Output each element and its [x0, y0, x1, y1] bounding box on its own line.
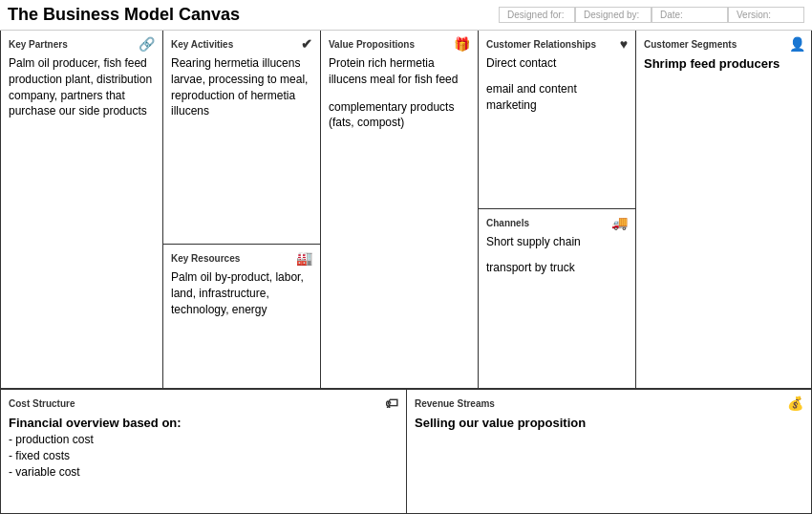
key-activities-icon: ✔	[301, 36, 312, 52]
key-activities-column: Key Activities ✔ Rearing hermetia illuce…	[163, 31, 321, 388]
key-resources-cell: Key Resources 🏭 Palm oil by-product, lab…	[163, 245, 320, 388]
cost-structure-header: Cost Structure 🏷	[9, 396, 398, 411]
customer-segments-content: Shrimp feed producers	[644, 55, 805, 73]
date-label: Date:	[660, 10, 719, 20]
value-prop-line2: complementary products (fats, compost)	[329, 99, 470, 132]
key-partners-content: Palm oil producer, fish feed production …	[9, 55, 155, 119]
customer-relationships-column: Customer Relationships ♥ Direct contact …	[479, 31, 636, 388]
cost-structure-cell: Cost Structure 🏷 Financial overview base…	[1, 389, 407, 513]
key-partners-cell: Key Partners 🔗 Palm oil producer, fish f…	[1, 31, 163, 388]
cost-line2: - production cost	[9, 432, 398, 448]
cr-line2: email and content marketing	[486, 81, 628, 114]
channels-icon: 🚚	[611, 215, 628, 230]
revenue-streams-cell: Revenue Streams 💰 Selling our value prop…	[407, 389, 811, 513]
header: The Business Model Canvas Designed for: …	[0, 0, 812, 31]
customer-relationships-content: Direct contact email and content marketi…	[486, 55, 628, 113]
canvas-bottom-row: Cost Structure 🏷 Financial overview base…	[1, 389, 811, 513]
value-propositions-header: Value Propositions 🎁	[329, 36, 470, 52]
customer-relationships-cell: Customer Relationships ♥ Direct contact …	[479, 31, 635, 209]
value-propositions-content: Protein rich hermetia illucens meal for …	[329, 55, 470, 131]
cr-line1: Direct contact	[486, 55, 628, 72]
customer-segments-cell: Customer Segments 👤 Shrimp feed producer…	[636, 31, 812, 388]
version-field: Version:	[728, 7, 804, 23]
cost-line3: - fixed costs	[9, 448, 398, 464]
business-model-canvas: Key Partners 🔗 Palm oil producer, fish f…	[0, 31, 812, 514]
value-prop-line1: Protein rich hermetia illucens meal for …	[329, 55, 470, 88]
key-activities-content: Rearing hermetia illucens larvae, proces…	[171, 55, 312, 119]
channels-cell: Channels 🚚 Short supply chain transport …	[479, 209, 635, 388]
designed-for-label: Designed for:	[507, 10, 566, 20]
key-activities-header: Key Activities ✔	[171, 36, 312, 52]
cost-structure-icon: 🏷	[385, 396, 398, 411]
channels-header: Channels 🚚	[486, 215, 628, 230]
revenue-streams-label: Revenue Streams	[415, 398, 495, 409]
cost-structure-label: Cost Structure	[9, 398, 75, 409]
key-resources-content: Palm oil by-product, labor, land, infras…	[171, 269, 312, 317]
designed-by-field: Designed by:	[575, 7, 652, 23]
cost-line4: - variable cost	[9, 464, 398, 481]
key-activities-cell: Key Activities ✔ Rearing hermetia illuce…	[163, 31, 320, 245]
key-partners-label: Key Partners	[9, 39, 68, 50]
revenue-streams-content: Selling our value proposition	[415, 415, 803, 432]
designed-for-field: Designed for:	[499, 7, 575, 23]
channels-line2: transport by truck	[486, 260, 628, 276]
customer-segments-label: Customer Segments	[644, 39, 737, 50]
value-propositions-icon: 🎁	[454, 36, 470, 52]
cost-line1: Financial overview based on:	[9, 415, 398, 432]
canvas-top-row: Key Partners 🔗 Palm oil producer, fish f…	[1, 31, 811, 389]
channels-label: Channels	[486, 218, 529, 228]
customer-relationships-header: Customer Relationships ♥	[486, 36, 628, 52]
version-label: Version:	[737, 10, 796, 20]
value-propositions-label: Value Propositions	[329, 39, 415, 50]
date-field: Date:	[652, 7, 728, 23]
channels-line1: Short supply chain	[486, 234, 628, 250]
key-partners-icon: 🔗	[139, 36, 155, 52]
revenue-streams-icon: 💰	[787, 396, 803, 411]
designed-by-label: Designed by:	[584, 10, 643, 20]
header-meta: Designed for: Designed by: Date: Version…	[499, 7, 804, 23]
cost-structure-content: Financial overview based on: - productio…	[9, 415, 398, 481]
key-resources-label: Key Resources	[171, 253, 240, 264]
key-partners-header: Key Partners 🔗	[9, 36, 155, 52]
revenue-streams-header: Revenue Streams 💰	[415, 396, 803, 411]
value-propositions-cell: Value Propositions 🎁 Protein rich hermet…	[321, 31, 479, 388]
customer-segments-header: Customer Segments 👤	[644, 36, 805, 52]
customer-relationships-label: Customer Relationships	[486, 39, 596, 50]
key-activities-label: Key Activities	[171, 39, 233, 50]
page-title: The Business Model Canvas	[8, 5, 240, 25]
channels-content: Short supply chain transport by truck	[486, 234, 628, 276]
customer-segments-icon: 👤	[789, 36, 805, 52]
customer-relationships-icon: ♥	[620, 36, 628, 52]
key-resources-icon: 🏭	[296, 250, 312, 266]
key-resources-header: Key Resources 🏭	[171, 250, 312, 266]
